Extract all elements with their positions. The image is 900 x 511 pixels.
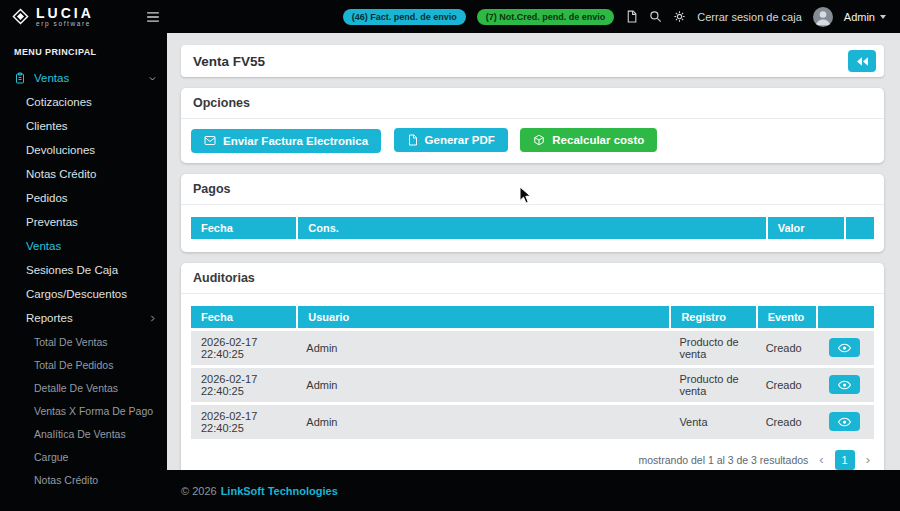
sidebar-item-label: Ventas xyxy=(26,240,61,252)
auditorias-card-title: Auditorias xyxy=(181,263,884,294)
sidebar-item-sesiones-de-caja[interactable]: Sesiones De Caja xyxy=(0,258,167,282)
sidebar-item-detalle-de-ventas[interactable]: Detalle De Ventas xyxy=(0,376,167,399)
generate-pdf-button[interactable]: Generar PDF xyxy=(394,128,508,152)
sidebar-item-total-de-ventas[interactable]: Total De Ventas xyxy=(0,330,167,353)
button-label: Recalcular costo xyxy=(552,134,644,146)
sidebar-item-cotizaciones[interactable]: Cotizaciones xyxy=(0,90,167,114)
pending-invoices-badge[interactable]: (46) Fact. pend. de envio xyxy=(343,9,466,25)
sidebar-item-label: Reportes xyxy=(26,312,73,324)
sidebar-item-label: Sesiones De Caja xyxy=(26,264,118,276)
view-audit-button[interactable] xyxy=(829,338,860,357)
page-title: Venta FV55 xyxy=(193,54,265,69)
search-icon[interactable] xyxy=(649,10,662,23)
close-cash-session-link[interactable]: Cerrar sesion de caja xyxy=(697,11,802,23)
cell-evento: Creado xyxy=(756,368,816,402)
chevron-down-icon xyxy=(148,74,157,83)
sidebar-item-label: Preventas xyxy=(26,216,78,228)
sidebar-item-ventas-x-forma-de-pago[interactable]: Ventas X Forma De Pago xyxy=(0,399,167,422)
sidebar-item-clientes[interactable]: Clientes xyxy=(0,114,167,138)
copyright-text: © 2026 xyxy=(181,485,217,497)
document-icon[interactable] xyxy=(625,10,638,23)
auditorias-card: Auditorias Fecha Usuario Registro Evento xyxy=(181,263,884,471)
view-audit-button[interactable] xyxy=(829,412,860,431)
sidebar-item-cargue[interactable]: Cargue xyxy=(0,445,167,468)
double-chevron-left-icon xyxy=(856,56,869,67)
sidebar-item-label: Analítica De Ventas xyxy=(34,428,126,440)
pdf-file-icon xyxy=(407,134,418,146)
cell-usuario: Admin xyxy=(296,405,669,439)
cell-registro: Producto de venta xyxy=(669,368,755,402)
sidebar-item-notas-credito-reporte[interactable]: Notas Crédito xyxy=(0,468,167,491)
chevron-right-icon xyxy=(148,314,157,323)
sidebar-item-label: Devoluciones xyxy=(26,144,95,156)
auditorias-header-actions xyxy=(816,306,874,328)
sidebar-item-notas-credito[interactable]: Notas Crédito xyxy=(0,162,167,186)
pagos-header-actions xyxy=(844,217,874,239)
pagination-prev-button[interactable]: ‹ xyxy=(817,452,825,467)
pagos-header-valor: Valor xyxy=(766,217,844,239)
sidebar-toggler-icon[interactable] xyxy=(140,11,166,23)
sidebar-item-analitica-de-ventas[interactable]: Analítica De Ventas xyxy=(0,422,167,445)
sidebar-item-label: Cotizaciones xyxy=(26,96,92,108)
brand-name: LUCIA xyxy=(36,7,94,20)
pagination-next-button[interactable]: › xyxy=(864,452,872,467)
app-window: LUCIA erp software (46) Fact. pend. de e… xyxy=(0,0,900,511)
cell-usuario: Admin xyxy=(296,331,669,365)
sidebar-item-ventas-active[interactable]: Ventas xyxy=(0,234,167,258)
user-menu[interactable]: Admin xyxy=(844,11,886,23)
sidebar-item-total-de-pedidos[interactable]: Total De Pedidos xyxy=(0,353,167,376)
sidebar-item-pedidos[interactable]: Pedidos xyxy=(0,186,167,210)
sidebar-item-preventas[interactable]: Preventas xyxy=(0,210,167,234)
envelope-icon xyxy=(204,135,216,146)
auditorias-header-registro: Registro xyxy=(669,306,755,328)
eye-icon xyxy=(838,380,851,390)
user-name-label: Admin xyxy=(844,11,875,23)
company-link[interactable]: LinkSoft Technologies xyxy=(221,485,338,497)
cell-registro: Venta xyxy=(669,405,755,439)
sidebar-item-reportes[interactable]: Reportes xyxy=(0,306,167,330)
sidebar-item-label: Notas Crédito xyxy=(34,474,98,486)
cube-icon xyxy=(533,134,545,146)
table-row: 2026-02-17 22:40:25 Admin Producto de ve… xyxy=(191,331,874,365)
sidebar-item-ventas-parent[interactable]: Ventas xyxy=(0,66,167,90)
clipboard-icon xyxy=(14,72,26,84)
diamond-logo-icon xyxy=(12,8,29,25)
recalculate-cost-button[interactable]: Recalcular costo xyxy=(520,128,657,152)
button-label: Generar PDF xyxy=(425,134,495,146)
cell-fecha: 2026-02-17 22:40:25 xyxy=(191,368,296,402)
chevron-down-icon xyxy=(880,15,886,19)
table-row: 2026-02-17 22:40:25 Admin Producto de ve… xyxy=(191,368,874,402)
sidebar-item-label: Detalle De Ventas xyxy=(34,382,118,394)
pending-credit-notes-badge[interactable]: (7) Not.Cred. pend. de envio xyxy=(477,9,615,25)
cell-fecha: 2026-02-17 22:40:25 xyxy=(191,405,296,439)
pagos-table: Fecha Cons. Valor xyxy=(191,214,874,242)
sidebar-item-label: Notas Crédito xyxy=(26,168,96,180)
brand-logo[interactable]: LUCIA erp software xyxy=(0,7,140,27)
eye-icon xyxy=(838,343,851,353)
pagination-page-1-button[interactable]: 1 xyxy=(835,450,855,470)
sidebar-item-label: Ventas X Forma De Pago xyxy=(34,405,153,417)
sidebar-item-devoluciones[interactable]: Devoluciones xyxy=(0,138,167,162)
sidebar-item-label: Cargue xyxy=(34,451,68,463)
pagos-header-cons: Cons. xyxy=(296,217,765,239)
cell-evento: Creado xyxy=(756,405,816,439)
auditorias-table: Fecha Usuario Registro Evento 2026-02-17… xyxy=(191,303,874,442)
auditorias-header-evento: Evento xyxy=(756,306,816,328)
sidebar-item-label: Ventas xyxy=(34,72,69,84)
main-content: Venta FV55 Opciones Enviar Factura Elect… xyxy=(167,33,900,470)
sidebar-item-label: Pedidos xyxy=(26,192,68,204)
auditorias-header-usuario: Usuario xyxy=(296,306,669,328)
footer: © 2026 LinkSoft Technologies xyxy=(167,470,900,511)
eye-icon xyxy=(838,417,851,427)
gear-icon[interactable] xyxy=(673,10,686,23)
sidebar-item-cargos-descuentos[interactable]: Cargos/Descuentos xyxy=(0,282,167,306)
avatar[interactable] xyxy=(813,7,833,27)
back-button[interactable] xyxy=(848,50,876,72)
brand-tagline: erp software xyxy=(36,20,94,27)
sidebar-item-label: Total De Pedidos xyxy=(34,359,113,371)
cell-fecha: 2026-02-17 22:40:25 xyxy=(191,331,296,365)
send-electronic-invoice-button[interactable]: Enviar Factura Electronica xyxy=(191,129,381,153)
pagos-card: Pagos Fecha Cons. Valor xyxy=(181,174,884,252)
sidebar-item-label: Clientes xyxy=(26,120,68,132)
view-audit-button[interactable] xyxy=(829,375,860,394)
